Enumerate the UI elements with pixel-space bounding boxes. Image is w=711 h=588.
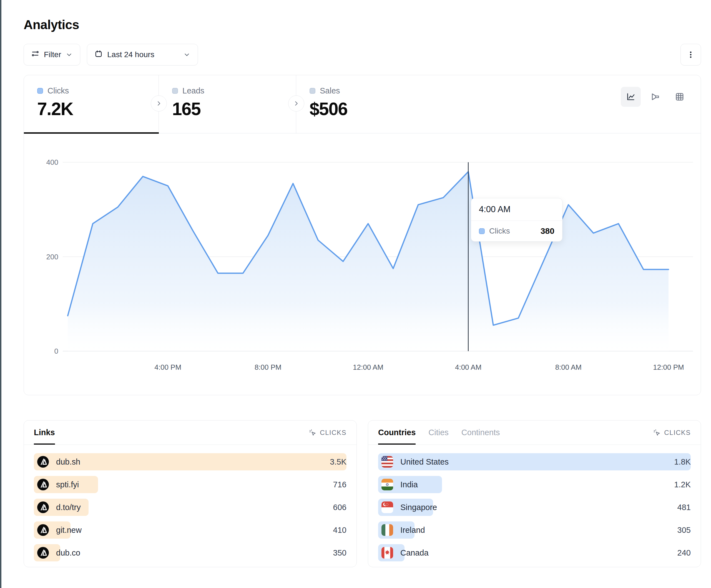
links-panel: Links CLICKS dub.sh3.5Kspti.fyi716d.to/t…	[24, 420, 357, 567]
link-label: spti.fyi	[56, 480, 79, 489]
cursor-click-icon	[653, 429, 661, 436]
y-axis-label: 0	[55, 347, 58, 355]
stats-tabs-row: Clicks7.2KLeads165Sales$506	[24, 75, 701, 133]
countries-rows: United States1.8KIndia1.2KSingapore481Ir…	[368, 445, 701, 561]
chart-tooltip: 4:00 AM Clicks 380	[471, 198, 562, 242]
calendar-icon	[94, 50, 103, 60]
y-axis-label: 200	[46, 253, 58, 261]
link-label: dub.co	[56, 548, 80, 558]
series-swatch	[309, 88, 316, 94]
country-row[interactable]: Singapore481	[378, 499, 691, 516]
country-label: Singapore	[400, 503, 437, 512]
dub-logo-icon	[37, 456, 49, 468]
chart-canvas: 02004004:00 PM8:00 PM12:00 AM4:00 AM8:00…	[24, 133, 701, 395]
country-clicks-value: 240	[677, 548, 691, 558]
chevron-down-icon	[183, 51, 191, 58]
chevron-right-icon	[293, 100, 300, 107]
chevron-right-icon	[155, 100, 163, 107]
link-clicks-value: 3.5K	[330, 457, 346, 467]
clicks-series-swatch	[479, 228, 485, 234]
stat-label: Sales	[320, 86, 340, 95]
link-label: dub.sh	[56, 457, 80, 467]
dub-logo-icon	[37, 524, 49, 536]
table-view-button[interactable]	[670, 87, 690, 107]
link-label: d.to/try	[56, 503, 81, 512]
country-row[interactable]: United States1.8K	[378, 453, 691, 470]
clicks-area-chart[interactable]: 02004004:00 PM8:00 PM12:00 AM4:00 AM8:00…	[24, 133, 701, 395]
tooltip-value: 380	[541, 226, 555, 236]
stat-label: Leads	[182, 86, 204, 95]
x-axis-label: 4:00 PM	[154, 363, 181, 371]
dub-logo-icon	[37, 479, 49, 490]
left-edge-strip	[0, 0, 1, 588]
line-chart-view-button[interactable]	[621, 87, 641, 107]
table-icon	[675, 92, 685, 102]
country-row[interactable]: India1.2K	[378, 476, 691, 493]
date-range-button[interactable]: Last 24 hours	[87, 44, 198, 65]
dub-logo-icon	[37, 547, 49, 559]
countries-panel-header: CountriesCitiesContinents CLICKS	[368, 421, 701, 445]
flag-ca-icon	[382, 547, 393, 559]
country-row[interactable]: Ireland305	[378, 521, 691, 539]
date-range-label: Last 24 hours	[107, 50, 154, 59]
analytics-page: Analytics Filter Last 24 hours	[24, 0, 701, 567]
area-fill	[68, 172, 669, 351]
links-metric-label: CLICKS	[320, 429, 346, 436]
link-row[interactable]: dub.co350	[34, 544, 346, 561]
stat-tab-leads[interactable]: Leads165	[159, 75, 296, 133]
country-clicks-value: 481	[677, 503, 691, 512]
expand-leads-button[interactable]	[151, 95, 167, 112]
link-clicks-value: 350	[333, 548, 346, 558]
country-label: India	[400, 480, 418, 489]
tooltip-series-label: Clicks	[489, 227, 510, 235]
expand-sales-button[interactable]	[288, 95, 304, 112]
countries-panel: CountriesCitiesContinents CLICKS United …	[368, 420, 701, 567]
analytics-chart-card: Clicks7.2KLeads165Sales$506 02004004:00 …	[24, 75, 701, 395]
x-axis-label: 8:00 AM	[555, 363, 582, 371]
countries-metric-label: CLICKS	[664, 429, 691, 436]
page-title: Analytics	[24, 17, 701, 32]
y-axis-label: 400	[46, 158, 58, 166]
link-bar	[34, 453, 346, 470]
link-row[interactable]: git.new410	[34, 521, 346, 539]
link-clicks-value: 716	[333, 480, 346, 489]
flag-sg-icon	[382, 501, 393, 513]
link-row[interactable]: d.to/try606	[34, 499, 346, 516]
cursor-click-icon	[309, 429, 317, 436]
more-options-button[interactable]	[681, 44, 701, 65]
x-axis-label: 4:00 AM	[455, 363, 481, 371]
tab-continents[interactable]: Continents	[461, 421, 500, 445]
links-panel-tabs: Links	[34, 421, 55, 445]
tooltip-time: 4:00 AM	[471, 198, 562, 221]
flag-us-icon	[382, 456, 393, 468]
links-metric-header[interactable]: CLICKS	[309, 421, 346, 445]
tab-countries[interactable]: Countries	[378, 421, 416, 445]
stat-value: 7.2K	[37, 99, 158, 119]
tab-links[interactable]: Links	[34, 421, 55, 445]
dub-logo-icon	[37, 501, 49, 513]
flag-in-icon	[382, 479, 393, 490]
country-label: United States	[400, 457, 449, 467]
filter-button[interactable]: Filter	[24, 44, 80, 65]
flag-ie-icon	[382, 524, 393, 536]
link-clicks-value: 606	[333, 503, 346, 512]
link-label: git.new	[56, 526, 82, 535]
stat-tab-clicks[interactable]: Clicks7.2K	[24, 75, 159, 133]
series-swatch	[37, 88, 43, 94]
chart-view-toggle	[621, 87, 690, 107]
filter-button-label: Filter	[44, 50, 61, 59]
country-row[interactable]: Canada240	[378, 544, 691, 561]
kebab-menu-icon	[687, 50, 695, 59]
series-swatch	[172, 88, 178, 94]
stat-value: $506	[309, 99, 347, 119]
active-tab-underline	[24, 132, 159, 134]
link-clicks-value: 410	[333, 526, 346, 535]
link-row[interactable]: dub.sh3.5K	[34, 453, 346, 470]
country-label: Canada	[400, 548, 429, 558]
link-row[interactable]: spti.fyi716	[34, 476, 346, 493]
tab-cities[interactable]: Cities	[428, 421, 449, 445]
countries-metric-header[interactable]: CLICKS	[653, 421, 691, 445]
country-clicks-value: 1.8K	[674, 457, 691, 467]
x-axis-label: 12:00 PM	[653, 363, 684, 371]
funnel-view-button[interactable]	[645, 87, 665, 107]
